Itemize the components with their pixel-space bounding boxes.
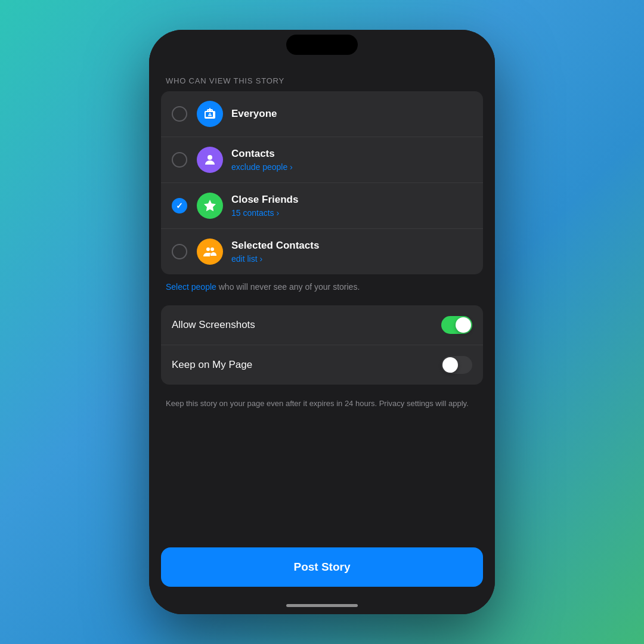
keep-on-page-row[interactable]: Keep on My Page: [161, 345, 483, 385]
option-everyone[interactable]: Everyone: [161, 91, 483, 137]
svg-point-2: [210, 247, 214, 251]
close-friends-text: Close Friends 15 contacts ›: [231, 194, 472, 217]
radio-selected-contacts[interactable]: [172, 244, 187, 259]
phone-screen: WHO CAN VIEW THIS STORY Everyone: [149, 60, 495, 614]
option-close-friends[interactable]: Close Friends 15 contacts ›: [161, 183, 483, 229]
post-button-wrapper: Post Story: [149, 547, 495, 596]
radio-contacts[interactable]: [172, 152, 187, 168]
selected-contacts-title: Selected Contacts: [231, 240, 472, 252]
phone-top: [149, 30, 495, 60]
keep-on-page-toggle[interactable]: [441, 356, 472, 374]
radio-close-friends[interactable]: [172, 198, 187, 213]
everyone-icon: [197, 101, 223, 127]
options-card: Everyone Contacts exclude people ›: [161, 91, 483, 274]
option-contacts[interactable]: Contacts exclude people ›: [161, 137, 483, 183]
hint-link[interactable]: Select people: [166, 282, 216, 292]
svg-point-0: [208, 155, 212, 160]
keep-on-page-knob: [442, 357, 458, 373]
dynamic-island: [286, 35, 358, 55]
hint-text: Select people who will never see any of …: [149, 274, 495, 305]
everyone-text: Everyone: [231, 108, 472, 120]
contacts-icon: [197, 147, 223, 173]
home-indicator: [149, 596, 495, 614]
allow-screenshots-toggle[interactable]: [441, 316, 472, 334]
keep-on-page-label: Keep on My Page: [172, 359, 252, 371]
svg-point-1: [206, 247, 210, 251]
close-friends-subtitle[interactable]: 15 contacts ›: [231, 208, 472, 218]
everyone-title: Everyone: [231, 108, 472, 120]
home-bar: [286, 604, 358, 607]
hint-rest: who will never see any of your stories.: [216, 282, 360, 292]
radio-everyone[interactable]: [172, 106, 187, 122]
settings-hint: Keep this story on your page even after …: [149, 392, 495, 422]
contacts-text: Contacts exclude people ›: [231, 148, 472, 171]
close-friends-icon: [197, 193, 223, 219]
contacts-subtitle[interactable]: exclude people ›: [231, 162, 472, 172]
selected-contacts-subtitle[interactable]: edit list ›: [231, 254, 472, 264]
contacts-title: Contacts: [231, 148, 472, 160]
allow-screenshots-knob: [456, 317, 471, 333]
section-header: WHO CAN VIEW THIS STORY: [149, 60, 495, 91]
selected-contacts-icon: [197, 239, 223, 265]
allow-screenshots-row[interactable]: Allow Screenshots: [161, 305, 483, 345]
phone-frame: WHO CAN VIEW THIS STORY Everyone: [149, 30, 495, 614]
settings-card: Allow Screenshots Keep on My Page: [161, 305, 483, 385]
post-story-button[interactable]: Post Story: [161, 547, 483, 587]
allow-screenshots-label: Allow Screenshots: [172, 319, 255, 331]
close-friends-title: Close Friends: [231, 194, 472, 206]
selected-contacts-text: Selected Contacts edit list ›: [231, 240, 472, 263]
option-selected-contacts[interactable]: Selected Contacts edit list ›: [161, 229, 483, 274]
